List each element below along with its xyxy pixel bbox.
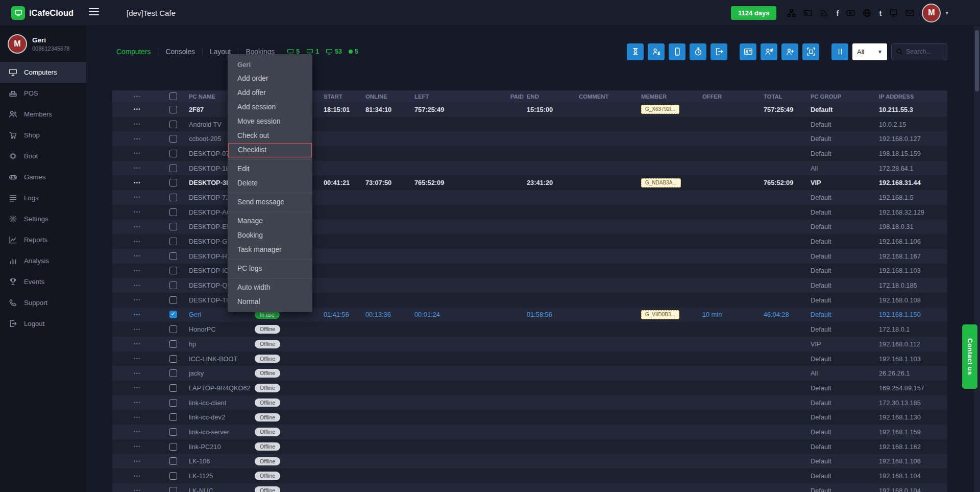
row-menu-button[interactable]: ••• <box>112 249 162 264</box>
row-checkbox[interactable] <box>169 223 177 230</box>
header-online[interactable]: ONLINE <box>363 90 412 102</box>
row-checkbox[interactable] <box>169 325 177 333</box>
row-menu-button[interactable]: ••• <box>112 278 162 293</box>
row-menu-button[interactable]: ••• <box>112 468 162 483</box>
row-menu-button[interactable]: ••• <box>112 102 162 117</box>
user-arrows-button[interactable] <box>761 43 777 60</box>
header-member[interactable]: MEMBER <box>639 90 700 102</box>
table-row[interactable]: ••• link-icc-server Offline Default 192.… <box>112 425 947 439</box>
sign-out-button[interactable] <box>710 43 727 60</box>
header-pc-group[interactable]: PC GROUP <box>808 90 877 102</box>
row-checkbox[interactable] <box>169 106 177 113</box>
tab-computers[interactable]: Computers <box>116 48 158 56</box>
contact-us-button[interactable]: Contact us <box>962 324 977 389</box>
header-start[interactable]: START <box>322 90 363 102</box>
row-checkbox[interactable] <box>169 238 177 245</box>
cast-icon[interactable] <box>803 9 812 17</box>
row-menu-button[interactable]: ••• <box>112 352 162 366</box>
youtube-icon[interactable] <box>846 9 855 17</box>
header-offer[interactable]: OFFER <box>700 90 762 102</box>
header-comment[interactable]: COMMENT <box>577 90 639 102</box>
sidebar-item-logs[interactable]: Logs <box>0 188 86 208</box>
row-checkbox[interactable] <box>169 150 177 157</box>
table-row[interactable]: ••• link-icc-dev2 Offline Default 192.16… <box>112 410 947 425</box>
menu-item-send-message[interactable]: Send message <box>228 195 312 209</box>
group-filter-select[interactable]: All ▼ <box>852 43 887 60</box>
globe-icon[interactable] <box>863 9 871 17</box>
chevron-down-icon[interactable]: ▾ <box>945 10 948 16</box>
sidebar-item-events[interactable]: Events <box>0 271 86 292</box>
table-row[interactable]: ••• LK-106 Offline Default 192.168.1.106 <box>112 454 947 469</box>
menu-item-add-offer[interactable]: Add offer <box>228 86 312 100</box>
select-all-checkbox[interactable] <box>169 92 177 100</box>
row-checkbox[interactable] <box>169 428 177 436</box>
menu-item-auto-width[interactable]: Auto width <box>228 280 312 295</box>
hourglass-button[interactable] <box>627 43 644 60</box>
row-menu-button[interactable]: ••• <box>112 117 162 132</box>
row-checkbox[interactable] <box>169 457 177 465</box>
sidebar-item-settings[interactable]: Settings <box>0 208 86 229</box>
user-avatar[interactable]: M <box>922 4 941 22</box>
header-left[interactable]: LEFT <box>412 90 505 102</box>
row-menu-button[interactable]: ••• <box>112 439 162 454</box>
menu-item-check-out[interactable]: Check out <box>228 129 312 143</box>
mobile-button[interactable] <box>669 43 685 60</box>
user-hourglass-button[interactable] <box>648 43 665 60</box>
header-total[interactable]: TOTAL <box>762 90 808 102</box>
row-checkbox[interactable] <box>169 252 177 260</box>
row-checkbox[interactable] <box>169 340 177 348</box>
sidebar-item-logout[interactable]: Logout <box>0 313 86 334</box>
row-checkbox[interactable] <box>169 208 177 216</box>
header-paid[interactable]: PAID <box>505 90 525 102</box>
member-badge[interactable]: G_VIID0B3... <box>641 310 679 319</box>
sidebar-item-pos[interactable]: POS <box>0 83 86 104</box>
table-row[interactable]: ••• hp Offline VIP 192.168.0.112 <box>112 337 947 352</box>
row-checkbox[interactable] <box>169 135 177 143</box>
table-row[interactable]: ••• link-icc-client Offline Default 172.… <box>112 395 947 410</box>
row-checkbox[interactable] <box>169 282 177 289</box>
sidebar-item-support[interactable]: Support <box>0 292 86 313</box>
row-checkbox[interactable] <box>169 296 177 304</box>
menu-item-move-session[interactable]: Move session <box>228 114 312 129</box>
table-row[interactable]: ••• LK-1125 Offline Default 192.168.1.10… <box>112 468 947 483</box>
qr-scan-button[interactable] <box>802 43 819 60</box>
row-menu-button[interactable]: ••• <box>112 337 162 352</box>
row-menu-button[interactable]: ••• <box>112 205 162 220</box>
row-menu-button[interactable]: ••• <box>112 264 162 278</box>
sidebar-item-computers[interactable]: Computers <box>0 62 86 83</box>
menu-item-task-manager[interactable]: Task manager <box>228 243 312 257</box>
facebook-icon[interactable]: f <box>836 9 839 17</box>
subscription-days-badge[interactable]: 1124 days <box>731 6 776 20</box>
member-badge[interactable]: G_X63792I... <box>641 105 679 114</box>
row-menu-button[interactable]: ••• <box>112 454 162 469</box>
row-checkbox[interactable] <box>169 355 177 363</box>
row-checkbox[interactable] <box>169 487 177 492</box>
sitemap-icon[interactable] <box>787 9 796 17</box>
menu-item-add-order[interactable]: Add order <box>228 72 312 86</box>
menu-item-add-session[interactable]: Add session <box>228 100 312 114</box>
row-menu-button[interactable]: ••• <box>112 175 162 190</box>
sidebar-item-reports[interactable]: Reports <box>0 229 86 250</box>
scrollbar-thumb[interactable] <box>975 30 979 91</box>
menu-item-booking[interactable]: Booking <box>228 228 312 243</box>
ellipsis-icon[interactable]: ••• <box>134 94 141 99</box>
menu-item-edit[interactable]: Edit <box>228 162 312 176</box>
row-menu-button[interactable]: ••• <box>112 234 162 249</box>
row-checkbox[interactable] <box>169 121 177 128</box>
row-menu-button[interactable]: ••• <box>112 322 162 337</box>
row-checkbox[interactable] <box>169 413 177 421</box>
sidebar-item-analysis[interactable]: Analysis <box>0 250 86 271</box>
row-checkbox[interactable] <box>169 311 177 318</box>
sidebar-item-boot[interactable]: Boot <box>0 146 86 167</box>
row-menu-button[interactable]: ••• <box>112 366 162 381</box>
row-menu-button[interactable]: ••• <box>112 308 162 322</box>
member-badge[interactable]: G_NDAB3A... <box>641 178 681 188</box>
presentation-icon[interactable] <box>889 9 898 17</box>
row-menu-button[interactable]: ••• <box>112 425 162 439</box>
rss-icon[interactable] <box>820 9 828 17</box>
row-menu-button[interactable]: ••• <box>112 220 162 235</box>
menu-item-manage[interactable]: Manage <box>228 214 312 228</box>
row-checkbox[interactable] <box>169 399 177 407</box>
menu-item-normal[interactable]: Normal <box>228 295 312 309</box>
search-input[interactable] <box>906 48 943 55</box>
